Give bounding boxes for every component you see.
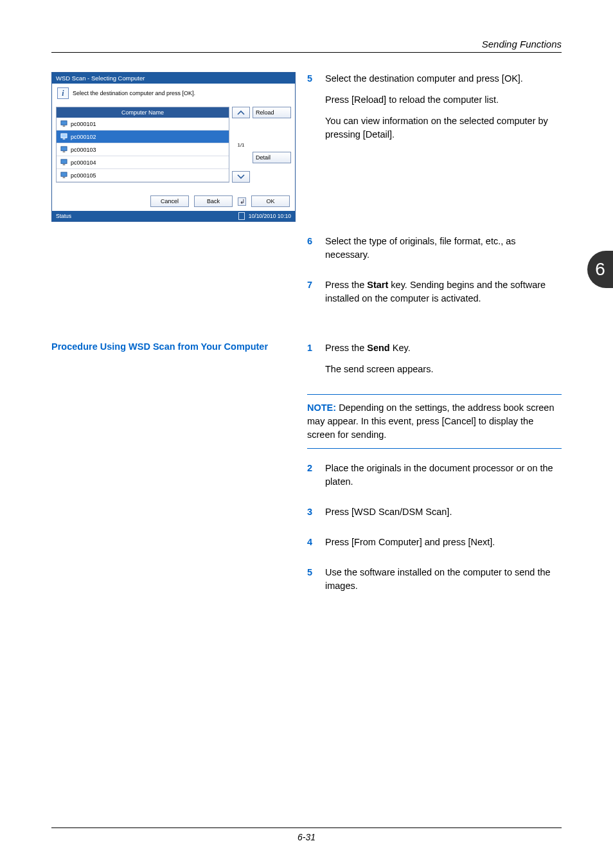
computer-name: pc000104 [71,159,96,166]
list-item[interactable]: pc000103 [57,143,229,156]
step-text: Press the Send Key. [325,341,433,355]
list-item[interactable]: pc000105 [57,169,229,182]
step-number: 5 [307,566,316,601]
reload-button[interactable]: Reload [253,107,291,118]
wsd-scan-dialog: WSD Scan - Selecting Computer i Select t… [51,72,296,222]
detail-button[interactable]: Detail [253,152,291,163]
section-header: Sending Functions [51,39,562,53]
step-number: 7 [307,278,316,313]
enter-icon: ↲ [238,197,246,206]
chapter-tab: 6 [587,251,613,288]
computer-icon [60,159,67,166]
svg-rect-7 [63,164,66,165]
step-text: The send screen appears. [325,363,433,376]
svg-rect-9 [63,177,66,178]
svg-rect-0 [61,121,67,125]
step-number: 3 [307,505,316,527]
svg-rect-5 [63,151,66,152]
status-label[interactable]: Status [56,213,71,219]
step-text: Press [WSD Scan/DSM Scan]. [325,505,452,519]
computer-icon [60,133,67,140]
step-text: Select the type of originals, file forma… [325,235,562,262]
svg-rect-1 [63,125,66,127]
list-item[interactable]: pc000101 [57,118,229,131]
step-number: 6 [307,235,316,269]
dialog-title: WSD Scan - Selecting Computer [52,73,295,84]
computer-icon [60,120,67,127]
note-block: NOTE: Depending on the settings, the add… [307,394,562,449]
dialog-instruction: Select the destination computer and pres… [73,90,195,96]
svg-rect-3 [63,138,66,140]
step-text: You can view information on the selected… [325,114,562,141]
list-header: Computer Name [57,107,229,118]
step-text: Press the Start key. Sending begins and … [325,278,562,305]
svg-rect-6 [61,159,67,163]
back-button[interactable]: Back [194,195,233,207]
computer-name: pc000103 [71,147,96,153]
status-timestamp: 10/10/2010 10:10 [249,213,291,219]
computer-name: pc000101 [71,121,96,127]
scroll-down-button[interactable] [232,171,250,183]
cancel-button[interactable]: Cancel [150,195,189,207]
computer-name: pc000105 [71,172,96,179]
computer-icon [60,146,67,153]
info-icon: i [57,87,69,99]
page-indicator: 1/1 [232,118,250,171]
svg-rect-2 [61,134,67,138]
list-item[interactable]: pc000102 [57,131,229,143]
copies-icon [238,212,245,220]
step-text: Press [From Computer] and press [Next]. [325,536,495,549]
computer-name: pc000102 [71,134,96,140]
page-footer: 6-31 [51,827,562,842]
list-item[interactable]: pc000104 [57,156,229,169]
computer-icon [60,172,67,179]
chevron-down-icon [237,174,245,179]
scroll-up-button[interactable] [232,107,250,118]
note-label: NOTE: [307,402,336,413]
chevron-up-icon [237,110,245,115]
step-number: 5 [307,72,316,149]
step-text: Select the destination computer and pres… [325,72,562,86]
step-text: Use the software installed on the comput… [325,566,562,593]
svg-rect-4 [61,147,67,150]
computer-list: Computer Name pc000101 pc000102 pc000103 [56,107,229,183]
step-text: Press [Reload] to reload the computer li… [325,93,562,107]
step-number: 4 [307,536,316,557]
note-text: Depending on the settings, the address b… [307,402,554,440]
step-number: 1 [307,341,316,384]
procedure-heading: Procedure Using WSD Scan from Your Compu… [51,341,296,352]
step-text: Place the originals in the document proc… [325,462,562,489]
step-number: 2 [307,462,316,496]
svg-rect-8 [61,172,67,176]
ok-button[interactable]: OK [251,195,290,207]
